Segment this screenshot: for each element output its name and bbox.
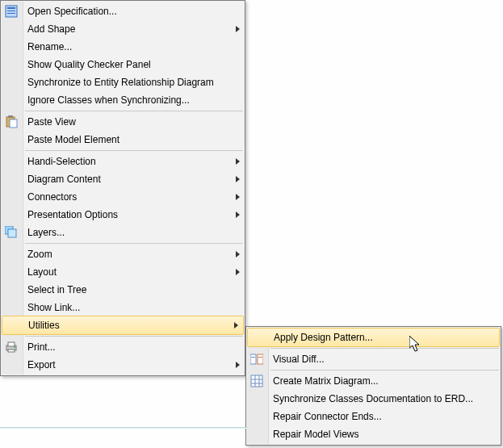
menu-item-connectors[interactable]: Connectors — [1, 188, 245, 206]
svg-rect-3 — [7, 13, 15, 14]
svg-rect-14 — [258, 354, 263, 364]
menu-separator — [270, 370, 499, 371]
menu-item-label: Connectors — [27, 191, 77, 203]
menu-item-label: Synchronize Classes Documentation to ERD… — [273, 393, 473, 404]
submenu-item-visual-diff[interactable]: Visual Diff... — [246, 350, 501, 368]
menu-item-show-quality-checker[interactable]: Show Quality Checker Panel — [1, 56, 245, 73]
menu-item-layout[interactable]: Layout — [1, 263, 245, 281]
svg-rect-6 — [10, 119, 17, 128]
svg-point-12 — [14, 346, 15, 348]
svg-rect-13 — [250, 354, 256, 364]
submenu-item-repair-model-views[interactable]: Repair Model Views — [246, 425, 501, 443]
menu-item-label: Repair Model Views — [273, 429, 359, 440]
submenu-arrow-icon — [236, 362, 240, 368]
menu-item-label: Open Specification... — [27, 6, 117, 17]
menu-separator — [25, 243, 243, 244]
menu-item-label: Create Matrix Diagram... — [273, 375, 379, 387]
submenu-arrow-icon — [236, 251, 240, 257]
menu-item-print[interactable]: Print... — [1, 338, 245, 356]
paste-icon — [5, 115, 18, 128]
menu-item-label: Zoom — [27, 249, 52, 260]
menu-item-synchronize-erd[interactable]: Synchronize to Entity Relationship Diagr… — [1, 73, 245, 91]
menu-item-label: Repair Connector Ends... — [273, 411, 382, 422]
menu-item-utilities[interactable]: Utilities — [2, 316, 244, 335]
submenu-arrow-icon — [236, 26, 240, 32]
menu-separator — [270, 348, 499, 349]
menu-item-diagram-content[interactable]: Diagram Content — [1, 170, 245, 188]
menu-item-label: Print... — [27, 341, 56, 353]
menu-item-label: Layers... — [27, 227, 65, 238]
menu-item-layers[interactable]: Layers... — [1, 224, 245, 241]
submenu-arrow-icon — [236, 158, 240, 165]
menu-item-add-shape[interactable]: Add Shape — [1, 20, 245, 38]
menu-item-label: Select in Tree — [27, 284, 86, 295]
menu-item-export[interactable]: Export — [1, 356, 245, 374]
menu-item-label: Utilities — [28, 320, 60, 331]
submenu-item-sync-classes-doc-erd[interactable]: Synchronize Classes Documentation to ERD… — [246, 390, 501, 408]
submenu-arrow-icon — [236, 211, 240, 218]
submenu-arrow-icon — [236, 269, 240, 275]
menu-item-label: Rename... — [27, 41, 72, 52]
menu-item-label: Presentation Options — [27, 209, 118, 220]
svg-rect-11 — [8, 350, 15, 352]
menu-item-ignore-classes[interactable]: Ignore Classes when Synchronizing... — [1, 91, 245, 109]
submenu-arrow-icon — [234, 322, 238, 329]
submenu-arrow-icon — [236, 194, 240, 200]
spec-icon — [5, 5, 18, 18]
menu-item-rename[interactable]: Rename... — [1, 38, 245, 56]
menu-item-label: Paste Model Element — [27, 134, 119, 145]
layers-icon — [5, 226, 18, 239]
submenu-arrow-icon — [236, 176, 240, 182]
menu-item-label: Apply Design Pattern... — [274, 332, 373, 343]
menu-item-handi-selection[interactable]: Handi-Selection — [1, 153, 245, 170]
menu-item-presentation-options[interactable]: Presentation Options — [1, 206, 245, 224]
print-icon — [5, 341, 18, 354]
menu-separator — [25, 111, 243, 111]
svg-rect-16 — [258, 357, 262, 358]
utilities-submenu[interactable]: Apply Design Pattern... Visual Diff... C… — [245, 326, 501, 446]
svg-rect-10 — [8, 342, 15, 346]
menu-item-label: Show Link... — [27, 302, 80, 313]
menu-separator — [25, 336, 243, 337]
svg-rect-5 — [8, 115, 13, 118]
menu-item-label: Visual Diff... — [273, 354, 325, 365]
svg-rect-15 — [251, 357, 255, 358]
menu-item-label: Paste View — [27, 116, 76, 128]
menu-item-label: Ignore Classes when Synchronizing... — [27, 94, 190, 106]
svg-rect-2 — [7, 10, 15, 11]
menu-separator — [25, 150, 243, 151]
menu-item-paste-model-element[interactable]: Paste Model Element — [1, 131, 245, 149]
menu-item-label: Synchronize to Entity Relationship Diagr… — [27, 77, 214, 88]
menu-item-label: Export — [27, 359, 56, 371]
svg-rect-1 — [7, 7, 15, 9]
submenu-item-create-matrix-diagram[interactable]: Create Matrix Diagram... — [246, 372, 501, 390]
submenu-item-apply-design-pattern[interactable]: Apply Design Pattern... — [247, 328, 500, 347]
divider — [0, 427, 249, 429]
diff-icon — [250, 353, 263, 366]
menu-item-label: Diagram Content — [27, 174, 101, 185]
menu-item-select-in-tree[interactable]: Select in Tree — [1, 281, 245, 299]
svg-rect-17 — [251, 375, 262, 387]
menu-item-zoom[interactable]: Zoom — [1, 245, 245, 263]
menu-item-label: Layout — [27, 266, 57, 278]
matrix-icon — [250, 375, 263, 387]
submenu-item-repair-connector-ends[interactable]: Repair Connector Ends... — [246, 408, 501, 425]
menu-item-label: Show Quality Checker Panel — [27, 59, 151, 70]
menu-item-label: Add Shape — [27, 23, 75, 35]
menu-item-open-specification[interactable]: Open Specification... — [1, 2, 245, 20]
menu-item-label: Handi-Selection — [27, 156, 96, 167]
svg-rect-8 — [8, 229, 16, 237]
menu-item-show-link[interactable]: Show Link... — [1, 299, 245, 316]
menu-item-paste-view[interactable]: Paste View — [1, 113, 245, 131]
context-menu[interactable]: Open Specification... Add Shape Rename..… — [0, 0, 245, 376]
